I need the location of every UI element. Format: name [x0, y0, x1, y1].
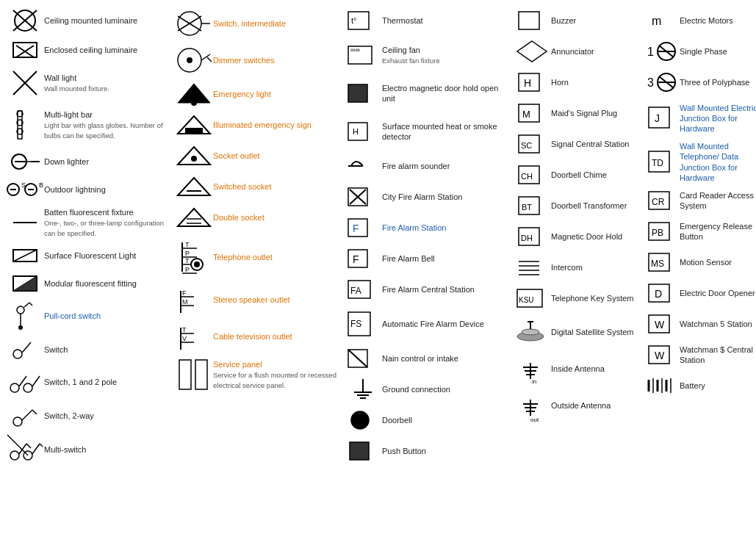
svg-line-43 — [26, 444, 31, 448]
label-wall-junction-td: Wall Mounted Telephone/ Data Junction Bo… — [680, 141, 756, 183]
svg-text:P: P — [185, 266, 190, 273]
item-signal-central: SC Signal Central Station — [513, 129, 636, 159]
symbol-ground — [344, 376, 382, 403]
label-horn: Horn — [551, 77, 636, 87]
symbol-batten — [6, 215, 44, 230]
svg-text:B: B — [39, 181, 43, 189]
svg-text:CH: CH — [521, 172, 533, 181]
label-ceiling-luminaire: Ceiling mounted luminaire — [44, 15, 169, 26]
svg-text:t°: t° — [351, 16, 356, 25]
label-single-phase: Single Phase — [680, 46, 756, 57]
item-down-lighter: Down lighter — [6, 148, 169, 175]
symbol-multi-light — [6, 107, 44, 143]
symbol-digital-satellite — [513, 316, 551, 348]
svg-line-24 — [13, 250, 37, 261]
label-stereo-speaker: Stereo speaker outlet — [213, 295, 338, 305]
symbol-wall-junction-j: J — [641, 100, 680, 137]
svg-text:PB: PB — [652, 228, 663, 238]
label-push-button: Push Button — [382, 446, 507, 456]
svg-line-40 — [32, 410, 37, 414]
label-motion-sensor: Motion Sensor — [680, 257, 756, 267]
label-outside-antenna: Outside Antenna — [551, 400, 636, 411]
label-fire-station: Fire Alarm Station — [382, 223, 507, 233]
column-4: Buzzer Annunciator H Horn — [510, 6, 638, 466]
label-switch-intermediate: Switch, intermediate — [213, 18, 338, 29]
item-doorbell-transformer: BT Doorbell Transformer — [513, 191, 636, 220]
symbol-electro-magnetic — [344, 77, 382, 109]
svg-text:MS: MS — [651, 259, 664, 269]
symbol-fire-central: FA — [344, 276, 382, 303]
item-intercom: Intercom — [513, 253, 636, 282]
symbol-electric-door: D — [641, 280, 680, 306]
item-ground: Ground connection — [344, 375, 507, 404]
legend-grid: Ceiling mounted luminaire Enclosed ceili… — [0, 0, 756, 472]
svg-text:3: 3 — [647, 76, 654, 89]
label-double-socket: Double socket — [213, 212, 338, 223]
label-multi-switch: Multi-switch — [44, 444, 169, 455]
svg-point-61 — [191, 156, 197, 162]
svg-rect-94 — [348, 84, 367, 102]
item-magnetic-door: DH Magnetic Door Hold — [513, 222, 636, 251]
svg-rect-88 — [179, 360, 191, 389]
label-surface-heat: Surface mounted heat or smoke detector — [382, 121, 507, 142]
symbol-doorbell-chime: CH — [513, 162, 551, 188]
svg-text:1: 1 — [647, 46, 654, 58]
label-batten: Batten fluorescent fixtureOne-, two-, or… — [44, 207, 169, 239]
symbol-emergency-light — [175, 81, 213, 107]
svg-line-55 — [207, 57, 212, 62]
item-auto-fire: FS Automatic Fire Alarm Device — [344, 306, 507, 342]
item-main-control: Nain control or intake — [344, 344, 507, 373]
svg-rect-59 — [185, 128, 203, 134]
symbol-watchman-central: W — [641, 342, 680, 368]
svg-text:CR: CR — [652, 197, 665, 207]
svg-rect-118 — [519, 12, 539, 29]
column-3: t° Thermostat ∞∞ Ceiling fanExhaust fan … — [341, 6, 510, 466]
symbol-fire-bell: F — [344, 245, 382, 272]
svg-text:J: J — [655, 112, 660, 124]
label-electro-magnetic: Electro magnetic door hold open unit — [382, 83, 507, 104]
svg-rect-117 — [350, 442, 369, 460]
label-multi-light: Multi-light barLight bar with glass glob… — [44, 109, 169, 141]
svg-text:H: H — [353, 127, 359, 136]
item-outdoor: S B Outdoor lightning — [6, 176, 169, 203]
label-annunciator: Annunciator — [551, 46, 636, 57]
column-2: Switch, intermediate Dimmer switches — [172, 6, 341, 466]
column-1: Ceiling mounted luminaire Enclosed ceili… — [3, 6, 172, 466]
label-switch-2way: Switch, 2-way — [44, 411, 169, 421]
item-city-fire: City Fire Alarm Station — [344, 182, 507, 212]
svg-rect-3 — [13, 43, 37, 57]
label-watchman-central: Watchman $ Central Station — [680, 344, 756, 366]
symbol-down-lighter — [6, 151, 44, 173]
svg-text:T: T — [185, 257, 190, 264]
symbol-pull-cord — [6, 300, 44, 332]
item-ceiling-fan: ∞∞ Ceiling fanExhaust fan fixture — [344, 37, 507, 73]
label-outdoor: Outdoor lightning — [44, 184, 169, 195]
symbol-switch-1-2 — [6, 367, 44, 397]
label-switch-1-2: Switch, 1 and 2 pole — [44, 377, 169, 387]
item-battery: Battery — [641, 371, 756, 400]
item-multi-light: Multi-light barLight bar with glass glob… — [6, 103, 169, 147]
svg-point-139 — [522, 329, 539, 335]
svg-text:W: W — [655, 350, 665, 361]
svg-text:FA: FA — [350, 286, 361, 296]
symbol-ceiling-luminaire — [6, 7, 44, 34]
symbol-double-socket — [175, 204, 213, 231]
item-wall-junction-j: J Wall Mounted Electrical Junction Box f… — [641, 98, 756, 138]
label-thermostat: Thermostat — [382, 15, 507, 26]
symbol-inside-antenna: in — [513, 353, 551, 385]
svg-text:KSU: KSU — [519, 296, 534, 304]
svg-line-47 — [40, 444, 43, 447]
label-fire-bell: Fire Alarm Bell — [382, 253, 507, 264]
symbol-switch-intermediate — [175, 7, 213, 40]
symbol-switched-socket — [175, 173, 213, 200]
symbol-maids-signal: M — [513, 100, 551, 126]
svg-point-38 — [13, 417, 22, 426]
label-pull-cord: Pull-cord switch — [44, 311, 169, 321]
label-socket-outlet: Socket outlet — [213, 151, 338, 161]
svg-text:V: V — [182, 335, 187, 342]
svg-text:F: F — [182, 289, 187, 297]
item-buzzer: Buzzer — [513, 6, 636, 35]
symbol-buzzer — [513, 7, 551, 34]
symbol-switch-2way — [6, 401, 44, 430]
item-inside-antenna: in Inside Antenna — [513, 351, 636, 386]
